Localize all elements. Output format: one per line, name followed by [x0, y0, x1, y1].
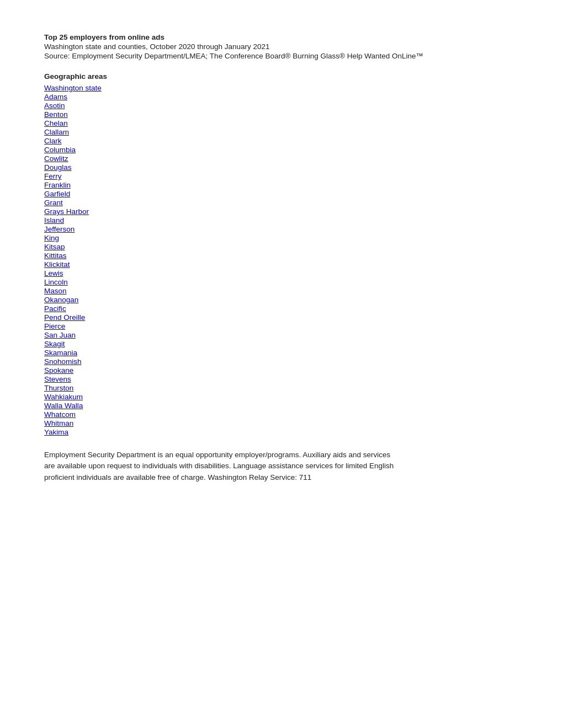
geo-link[interactable]: Benton: [44, 110, 68, 119]
footer-text: Employment Security Department is an equ…: [44, 449, 397, 483]
geo-link[interactable]: Columbia: [44, 146, 76, 154]
geo-link[interactable]: Whatcom: [44, 410, 76, 419]
geo-link[interactable]: San Juan: [44, 331, 76, 339]
list-item: Yakima: [44, 428, 519, 436]
geo-link[interactable]: Cowlitz: [44, 154, 68, 163]
geo-link[interactable]: King: [44, 234, 59, 242]
list-item: Benton: [44, 110, 519, 119]
geo-link[interactable]: Pacific: [44, 304, 66, 313]
geo-link[interactable]: Wahkiakum: [44, 393, 83, 401]
geo-link[interactable]: Spokane: [44, 366, 73, 374]
geo-link[interactable]: Pend Oreille: [44, 313, 85, 322]
list-item: Whitman: [44, 419, 519, 427]
geo-link[interactable]: Mason: [44, 287, 67, 295]
geo-link[interactable]: Asotin: [44, 101, 65, 110]
list-item: Klickitat: [44, 260, 519, 269]
geo-link[interactable]: Washington state: [44, 84, 102, 92]
list-item: Spokane: [44, 366, 519, 374]
geo-link[interactable]: Garfield: [44, 190, 70, 198]
geo-link[interactable]: Yakima: [44, 428, 68, 436]
list-item: Chelan: [44, 119, 519, 127]
geo-link[interactable]: Grant: [44, 199, 63, 207]
list-item: Skagit: [44, 340, 519, 348]
list-item: Pend Oreille: [44, 313, 519, 322]
list-item: Mason: [44, 287, 519, 295]
list-item: Franklin: [44, 181, 519, 189]
geo-link[interactable]: Skagit: [44, 340, 65, 348]
geo-link[interactable]: Franklin: [44, 181, 71, 189]
geo-link[interactable]: Grays Harbor: [44, 207, 89, 216]
list-item: Lewis: [44, 269, 519, 277]
list-item: Columbia: [44, 146, 519, 154]
list-item: Asotin: [44, 101, 519, 110]
list-item: Whatcom: [44, 410, 519, 419]
geographic-list: Washington stateAdamsAsotinBentonChelanC…: [44, 84, 519, 436]
source-line: Source: Employment Security Department/L…: [44, 52, 519, 60]
geographic-heading: Geographic areas: [44, 72, 519, 81]
list-item: Cowlitz: [44, 154, 519, 163]
list-item: Jefferson: [44, 225, 519, 233]
geo-link[interactable]: Ferry: [44, 172, 62, 180]
list-item: Ferry: [44, 172, 519, 180]
geo-link[interactable]: Douglas: [44, 163, 72, 172]
geo-link[interactable]: Clallam: [44, 128, 69, 136]
list-item: Wahkiakum: [44, 393, 519, 401]
list-item: Kitsap: [44, 243, 519, 251]
list-item: Stevens: [44, 375, 519, 383]
list-item: Walla Walla: [44, 402, 519, 410]
geo-link[interactable]: Clark: [44, 137, 62, 145]
list-item: Kittitas: [44, 251, 519, 260]
list-item: San Juan: [44, 331, 519, 339]
geo-link[interactable]: Pierce: [44, 322, 65, 330]
subtitle: Washington state and counties, October 2…: [44, 42, 519, 51]
list-item: Pierce: [44, 322, 519, 330]
list-item: Douglas: [44, 163, 519, 172]
main-title: Top 25 employers from online ads: [44, 33, 519, 41]
geo-link[interactable]: Island: [44, 216, 64, 224]
header-section: Top 25 employers from online ads Washing…: [44, 33, 519, 60]
list-item: Grant: [44, 199, 519, 207]
geographic-section: Geographic areas Washington stateAdamsAs…: [44, 72, 519, 436]
list-item: Thurston: [44, 384, 519, 392]
list-item: Adams: [44, 93, 519, 101]
list-item: Island: [44, 216, 519, 224]
list-item: King: [44, 234, 519, 242]
list-item: Lincoln: [44, 278, 519, 286]
geo-link[interactable]: Adams: [44, 93, 67, 101]
list-item: Clark: [44, 137, 519, 145]
geo-link[interactable]: Whitman: [44, 419, 73, 427]
list-item: Pacific: [44, 304, 519, 313]
geo-link[interactable]: Kitsap: [44, 243, 65, 251]
geo-link[interactable]: Klickitat: [44, 260, 70, 269]
page-container: Top 25 employers from online ads Washing…: [44, 33, 519, 483]
list-item: Garfield: [44, 190, 519, 198]
geo-link[interactable]: Skamania: [44, 349, 77, 357]
geo-link[interactable]: Snohomish: [44, 357, 82, 366]
geo-link[interactable]: Lewis: [44, 269, 63, 277]
list-item: Grays Harbor: [44, 207, 519, 216]
list-item: Skamania: [44, 349, 519, 357]
list-item: Okanogan: [44, 296, 519, 304]
geo-link[interactable]: Stevens: [44, 375, 71, 383]
geo-link[interactable]: Chelan: [44, 119, 68, 127]
geo-link[interactable]: Walla Walla: [44, 402, 83, 410]
geo-link[interactable]: Thurston: [44, 384, 73, 392]
geo-link[interactable]: Jefferson: [44, 225, 75, 233]
list-item: Snohomish: [44, 357, 519, 366]
geo-link[interactable]: Lincoln: [44, 278, 68, 286]
list-item: Washington state: [44, 84, 519, 92]
geo-link[interactable]: Kittitas: [44, 251, 67, 260]
list-item: Clallam: [44, 128, 519, 136]
geo-link[interactable]: Okanogan: [44, 296, 78, 304]
